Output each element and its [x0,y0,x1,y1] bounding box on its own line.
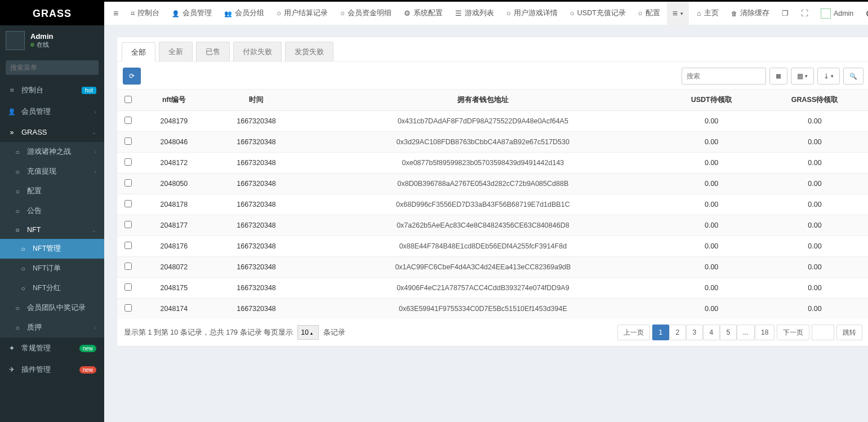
topnav-user-settle[interactable]: 用户结算记录 [271,2,333,25]
cell-time: 1667320348 [210,236,303,257]
list-view-button[interactable] [769,68,787,85]
row-checkbox[interactable] [124,179,132,186]
chevron-down-icon [92,227,96,233]
sidebar-item-plugin-mgmt[interactable]: 插件管理new [0,359,104,380]
circle-icon [638,9,643,17]
toggle-sidebar-button[interactable] [108,2,124,25]
avatar [6,31,25,50]
sidebar-item-member-mgmt[interactable]: 会员管理 [0,101,104,122]
sidebar-item-dashboard[interactable]: 控制台hot [0,79,104,101]
cell-grass: 0.00 [760,153,868,174]
row-checkbox[interactable] [124,200,132,207]
page-jump-button[interactable]: 跳转 [836,325,862,340]
topnav-more-dropdown[interactable]: ▾ [667,2,689,25]
col-usdt-pending[interactable]: USDT待领取 [663,90,760,111]
bars-icon [113,8,118,19]
sidebar-search-input[interactable] [6,60,99,75]
table-search-input[interactable] [682,68,766,85]
export-button[interactable]: ▾ [817,68,840,85]
page-number-button[interactable]: 1 [652,325,669,340]
topnav-user-game-detail[interactable]: 用户游戏详情 [501,2,563,25]
cell-owner-addr: 0x1AC99FC6CbeF4d4A3C4d24EEa413eCC82369a9… [303,257,662,278]
topnav-config[interactable]: 配置 [633,2,666,25]
tab-all[interactable]: 全部 [122,42,155,62]
refresh-button[interactable] [123,68,141,85]
page-number-button[interactable]: 18 [755,325,774,340]
row-checkbox[interactable] [124,304,132,312]
table-row: 204817716673203480x7a262b5AeEAc83C4e8C84… [117,215,868,236]
cell-nft-id: 2048172 [139,153,210,174]
prev-page-button[interactable]: 上一页 [617,325,650,340]
gear-icon [404,9,411,17]
page-number-button[interactable]: 2 [669,325,686,340]
cell-usdt: 0.00 [663,153,760,174]
dashboard-icon [131,9,135,18]
sidebar-item-config[interactable]: 配置 [0,181,104,201]
sidebar-item-grass[interactable]: »GRASS [0,122,104,142]
row-checkbox[interactable] [124,117,132,124]
page-number-button[interactable]: ... [737,325,755,340]
page-number-button[interactable]: 4 [703,325,720,340]
cell-owner-addr: 0x8D0B396788aA2767E0543d282cC72b9A085Cd8… [303,174,662,194]
select-all-checkbox[interactable] [124,96,132,103]
sidebar-search [6,60,99,75]
topnav-dashboard[interactable]: 控制台 [125,2,165,25]
page-size-select[interactable]: 10 ▴ [297,325,319,340]
sidebar-item-nft-mgmt[interactable]: NFT管理 [0,239,104,259]
topnav-sys-config[interactable]: 系统配置 [398,2,448,25]
col-owner-addr[interactable]: 拥有者钱包地址 [303,90,662,111]
col-nft-id[interactable]: nft编号 [139,90,210,111]
col-time[interactable]: 时间 [210,90,303,111]
topnav-logout[interactable] [860,2,868,25]
chevron-icon [95,325,96,331]
topnav-member-group[interactable]: 会员分组 [219,2,270,25]
topnav-clone[interactable] [776,2,794,25]
row-checkbox[interactable] [124,221,132,228]
sidebar-item-pledge[interactable]: 质押 [0,318,104,337]
table-row: 204817816673203480x68D996cF3556ED7D33aB4… [117,194,868,215]
topnav-usdt-recharge[interactable]: USDT充值记录 [564,2,631,25]
sidebar-item-nft-order[interactable]: NFT订单 [0,259,104,278]
topnav-member-fund[interactable]: 会员资金明细 [335,2,397,25]
tab-sold[interactable]: 已售 [196,42,230,61]
list-icon [776,72,781,80]
user-name: Admin [30,32,53,41]
column-toggle-button[interactable]: ▾ [791,68,814,85]
sidebar-item-team-winning[interactable]: 会员团队中奖记录 [0,298,104,318]
bars-icon [673,8,678,19]
sidebar-item-nft[interactable]: NFT [0,221,104,239]
search-icon [849,72,857,80]
row-checkbox[interactable] [124,137,132,145]
row-checkbox[interactable] [124,242,132,249]
topnav-clear-cache[interactable]: 清除缓存 [725,2,775,25]
table-row: 204817616673203480x88E44F784B48E1cd8DEb5… [117,236,868,257]
sidebar-item-deposit-withdraw[interactable]: 充值提现 [0,162,104,181]
page-number-button[interactable]: 3 [686,325,703,340]
tab-ship-fail[interactable]: 发货失败 [285,42,333,61]
cell-time: 1667320348 [210,257,303,278]
user-icon [8,108,16,116]
sidebar-item-game-gods[interactable]: 游戏诸神之战 [0,142,104,162]
cell-nft-id: 2048072 [139,257,210,278]
sidebar-item-general-mgmt[interactable]: 常规管理new [0,337,104,359]
row-checkbox[interactable] [124,263,132,270]
topnav-home[interactable]: 主页 [691,2,724,25]
cell-owner-addr: 0x63E59941F9755334C0D7E5Bc51510Ef1453d39… [303,299,662,319]
sidebar-item-announcement[interactable]: 公告 [0,201,104,221]
topnav-game-list[interactable]: 游戏列表 [449,2,500,25]
pagination: 上一页 12345...18 下一页 跳转 [617,325,862,340]
page-jump-input[interactable] [812,325,834,340]
search-toggle-button[interactable] [843,68,863,85]
row-checkbox[interactable] [124,158,132,166]
tab-pay-fail[interactable]: 付款失败 [233,42,282,61]
tab-brand-new[interactable]: 全新 [159,42,193,61]
row-checkbox[interactable] [124,283,132,291]
topnav-fullscreen[interactable] [795,2,814,25]
col-grass-pending[interactable]: GRASS待领取 [760,90,868,111]
next-page-button[interactable]: 下一页 [777,325,809,340]
sidebar-item-nft-dividend[interactable]: NFT分红 [0,278,104,298]
topnav-member-mgmt[interactable]: 会员管理 [166,2,217,25]
topnav-admin[interactable]: Admin [815,2,859,25]
page-number-button[interactable]: 5 [720,325,737,340]
cell-usdt: 0.00 [663,236,760,257]
